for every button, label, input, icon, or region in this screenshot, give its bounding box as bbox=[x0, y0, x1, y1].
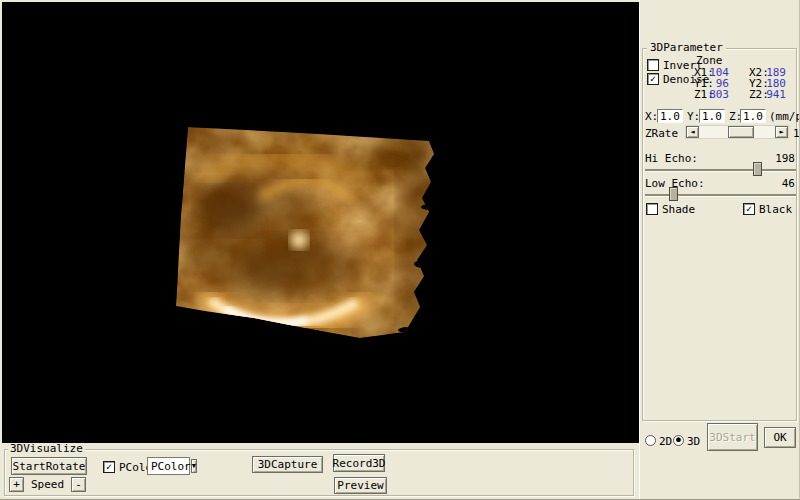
hi-echo-value: 198 bbox=[773, 153, 795, 164]
radio-3d-label: 3D bbox=[687, 436, 700, 447]
record3d-button[interactable]: Record3D bbox=[333, 454, 385, 472]
black-checkbox[interactable]: ✓ bbox=[743, 203, 755, 215]
parameter-groupbox: 3DParameter Invert ✓ Denoise Zone X1: 10… bbox=[642, 48, 797, 421]
zone-z1-value: 803 bbox=[703, 89, 729, 100]
pcolor-checkmark: ✓ bbox=[106, 462, 112, 472]
radio-2d[interactable] bbox=[645, 435, 656, 446]
zrate-scroll-right-button[interactable]: ► bbox=[775, 126, 788, 138]
zrate-scrollbar[interactable]: ◄ ► bbox=[685, 125, 789, 139]
3dstart-button[interactable]: 3DStart bbox=[707, 423, 758, 451]
radio-3d-dot: ● bbox=[676, 436, 681, 444]
parameter-panel: 3DParameter Invert ✓ Denoise Zone X1: 10… bbox=[639, 0, 800, 500]
scale-z-input[interactable] bbox=[740, 109, 766, 123]
zone-z2-value: 941 bbox=[760, 89, 786, 100]
low-echo-slider-thumb[interactable] bbox=[669, 187, 678, 201]
black-label: Black bbox=[759, 204, 792, 215]
scroll-right-icon: ► bbox=[779, 129, 783, 136]
3dcapture-button[interactable]: 3DCapture bbox=[252, 456, 323, 473]
scale-unit-label: (mm/p) bbox=[769, 111, 800, 122]
zone-title: Zone bbox=[696, 55, 723, 66]
black-checkmark: ✓ bbox=[746, 204, 752, 214]
scroll-left-icon: ◄ bbox=[690, 129, 694, 136]
pcolor-dropdown-button[interactable]: ▼ bbox=[191, 459, 197, 473]
zrate-scroll-left-button[interactable]: ◄ bbox=[686, 126, 699, 138]
denoise-checkmark: ✓ bbox=[650, 74, 656, 84]
speed-label: Speed bbox=[31, 479, 64, 490]
low-echo-value: 46 bbox=[773, 178, 795, 189]
ok-button[interactable]: OK bbox=[764, 427, 796, 448]
scale-x-input[interactable] bbox=[657, 109, 683, 123]
hi-echo-slider-track[interactable] bbox=[645, 169, 796, 171]
visualize-groupbox-title: 3DVisualize bbox=[8, 443, 85, 454]
shade-checkbox[interactable] bbox=[646, 203, 658, 215]
chevron-down-icon: ▼ bbox=[192, 462, 196, 470]
pcolor-dropdown-value: PColor bbox=[148, 460, 191, 473]
denoise-checkbox[interactable]: ✓ bbox=[647, 73, 659, 85]
hi-echo-slider-thumb[interactable] bbox=[753, 162, 762, 176]
scale-y-input[interactable] bbox=[699, 109, 725, 123]
pcolor-dropdown[interactable]: PColor ▼ bbox=[147, 457, 190, 475]
invert-checkbox[interactable] bbox=[647, 59, 659, 71]
preview-button[interactable]: Preview bbox=[334, 477, 387, 494]
hi-echo-label: Hi Echo: bbox=[645, 153, 698, 164]
visualize-panel: 3DVisualize StartRotate + Speed - ✓ PCol… bbox=[0, 443, 639, 500]
parameter-groupbox-title: 3DParameter bbox=[647, 41, 726, 54]
zrate-value: 1 bbox=[793, 128, 800, 139]
low-echo-slider-track[interactable] bbox=[645, 194, 796, 196]
shade-label: Shade bbox=[662, 204, 695, 215]
radio-2d-label: 2D bbox=[659, 436, 672, 447]
pcolor-checkbox[interactable]: ✓ bbox=[103, 461, 115, 473]
app-window: 3DParameter Invert ✓ Denoise Zone X1: 10… bbox=[0, 0, 800, 500]
start-rotate-button[interactable]: StartRotate bbox=[11, 457, 87, 475]
zrate-label: ZRate bbox=[645, 128, 678, 139]
zrate-scrollbar-thumb[interactable] bbox=[728, 126, 754, 138]
ultrasound-3d-render bbox=[2, 2, 639, 443]
radio-3d[interactable]: ● bbox=[673, 435, 684, 446]
speed-minus-button[interactable]: - bbox=[71, 477, 86, 492]
render-viewport[interactable] bbox=[2, 2, 639, 443]
speed-plus-button[interactable]: + bbox=[9, 477, 24, 492]
